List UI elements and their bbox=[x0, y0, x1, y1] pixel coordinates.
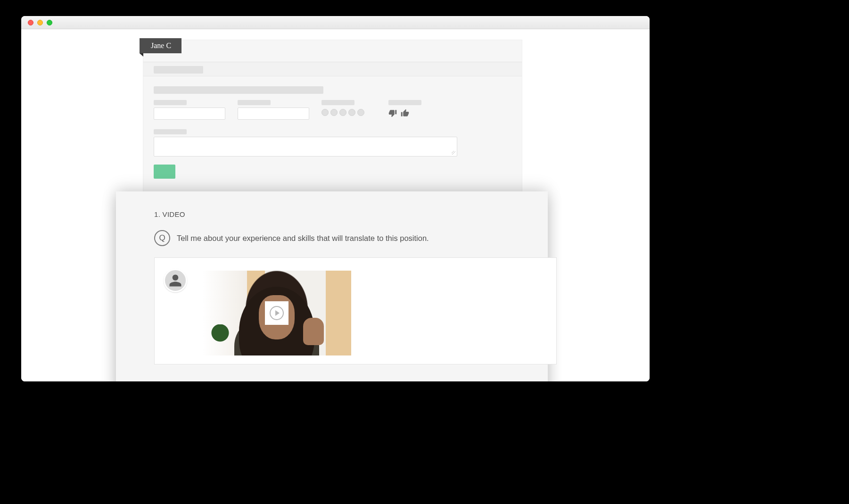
window-titlebar bbox=[21, 16, 650, 29]
window-zoom-button[interactable] bbox=[47, 20, 52, 25]
question-badge-icon: Q bbox=[154, 230, 170, 246]
video-answer-box bbox=[154, 257, 557, 364]
window-minimize-button[interactable] bbox=[37, 20, 43, 25]
window-close-button[interactable] bbox=[28, 20, 33, 25]
video-thumbnail[interactable] bbox=[202, 271, 351, 355]
video-question-panel: 1. VIDEO Q Tell me about your experience… bbox=[116, 191, 548, 381]
window-content: Jane C bbox=[21, 29, 650, 381]
question-row: Q Tell me about your experience and skil… bbox=[154, 230, 510, 246]
skeleton-section-title bbox=[154, 66, 203, 74]
skeleton-heading bbox=[154, 86, 323, 94]
play-icon bbox=[270, 306, 284, 320]
textarea-input[interactable] bbox=[154, 137, 457, 157]
rating-dot[interactable] bbox=[321, 109, 329, 116]
person-silhouette-icon bbox=[168, 273, 182, 288]
rating-dot[interactable] bbox=[348, 109, 355, 116]
rating-dot[interactable] bbox=[339, 109, 346, 116]
rating-dot[interactable] bbox=[330, 109, 338, 116]
thumbs-control bbox=[388, 109, 409, 117]
app-window: Jane C bbox=[21, 16, 650, 381]
rating-dot[interactable] bbox=[357, 109, 364, 116]
skeleton-label bbox=[154, 129, 187, 134]
skeleton-label bbox=[154, 100, 187, 105]
submit-button[interactable] bbox=[154, 165, 175, 179]
rating-control[interactable] bbox=[321, 109, 364, 116]
thumbs-up-icon[interactable] bbox=[401, 109, 409, 117]
play-button[interactable] bbox=[267, 303, 287, 323]
section-index-label: 1. VIDEO bbox=[154, 210, 185, 218]
candidate-name-tag: Jane C bbox=[140, 38, 181, 53]
skeleton-label bbox=[321, 100, 354, 105]
thumbs-down-icon[interactable] bbox=[388, 109, 397, 117]
skeleton-label bbox=[238, 100, 271, 105]
skeleton-label bbox=[388, 100, 421, 105]
text-input[interactable] bbox=[154, 107, 225, 120]
avatar bbox=[164, 269, 187, 292]
evaluation-form-panel: Jane C bbox=[143, 40, 522, 195]
question-text: Tell me about your experience and skills… bbox=[177, 234, 429, 243]
text-input[interactable] bbox=[238, 107, 309, 120]
